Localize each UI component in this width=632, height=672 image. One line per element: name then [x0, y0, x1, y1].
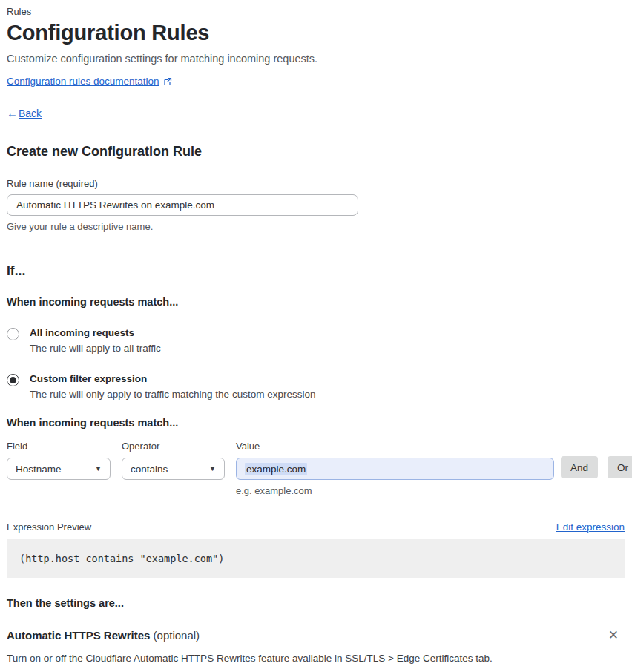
- edit-expression-link[interactable]: Edit expression: [556, 521, 625, 533]
- rule-name-label: Rule name (required): [7, 178, 625, 189]
- back-link[interactable]: Back: [19, 108, 42, 119]
- match-heading: When incoming requests match...: [7, 296, 625, 308]
- value-help: e.g. example.com: [236, 485, 554, 496]
- setting-optional-tag: (optional): [150, 629, 200, 642]
- value-input[interactable]: example.com: [236, 458, 554, 480]
- radio-option-custom-filter[interactable]: Custom filter expression The rule will o…: [7, 373, 625, 400]
- configuration-rules-page: Rules Configuration Rules Customize conf…: [0, 0, 632, 672]
- or-button[interactable]: Or: [608, 456, 632, 478]
- radio-option-label: All incoming requests: [30, 327, 161, 338]
- create-rule-title: Create new Configuration Rule: [7, 144, 625, 159]
- external-link-icon: [163, 77, 172, 86]
- setting-name-bold: Automatic HTTPS Rewrites: [7, 629, 150, 642]
- radio-checked-icon[interactable]: [7, 374, 19, 386]
- operator-select[interactable]: contains ▼: [122, 458, 225, 480]
- field-select[interactable]: Hostname ▼: [7, 458, 111, 480]
- page-subtitle: Customize configuration settings for mat…: [7, 53, 625, 65]
- radio-option-description: The rule will apply to all traffic: [30, 343, 161, 354]
- close-icon[interactable]: ✕: [607, 627, 620, 643]
- expression-builder-row: Field Hostname ▼ Operator contains ▼ Val…: [7, 441, 625, 496]
- radio-option-label: Custom filter expression: [30, 373, 315, 384]
- builder-heading: When incoming requests match...: [7, 417, 625, 429]
- rule-name-help: Give your rule a descriptive name.: [7, 221, 625, 232]
- back-link-row[interactable]: ← Back: [7, 107, 625, 119]
- page-title: Configuration Rules: [7, 21, 625, 45]
- operator-select-value: contains: [131, 464, 168, 475]
- setting-name: Automatic HTTPS Rewrites (optional): [7, 629, 200, 642]
- chevron-down-icon: ▼: [209, 465, 216, 472]
- radio-unchecked-icon[interactable]: [7, 328, 19, 340]
- field-label: Field: [7, 441, 122, 452]
- value-label: Value: [236, 441, 554, 452]
- breadcrumb: Rules: [7, 6, 625, 17]
- expression-preview-label: Expression Preview: [7, 521, 91, 533]
- operator-label: Operator: [122, 441, 236, 452]
- expression-preview-code: (http.host contains "example.com"): [7, 539, 625, 578]
- radio-option-all-requests[interactable]: All incoming requests The rule will appl…: [7, 327, 625, 354]
- setting-description: Turn on or off the Cloudflare Automatic …: [7, 653, 625, 664]
- and-button[interactable]: And: [561, 456, 598, 478]
- rule-name-input[interactable]: [7, 194, 358, 216]
- chevron-down-icon: ▼: [95, 465, 102, 472]
- arrow-left-icon: ←: [7, 107, 18, 119]
- radio-option-description: The rule will only apply to traffic matc…: [30, 389, 315, 400]
- field-select-value: Hostname: [16, 464, 62, 475]
- then-settings-heading: Then the settings are...: [7, 597, 625, 609]
- section-divider: [7, 246, 625, 246]
- documentation-link[interactable]: Configuration rules documentation: [7, 76, 159, 87]
- value-input-text: example.com: [245, 463, 307, 475]
- if-heading: If...: [7, 263, 625, 279]
